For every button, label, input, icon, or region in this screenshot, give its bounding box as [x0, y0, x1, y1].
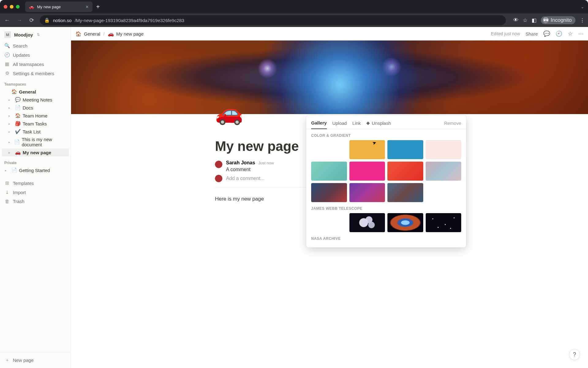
tree-item-label: Getting Started	[19, 168, 50, 173]
remove-cover-button[interactable]: Remove	[444, 119, 461, 129]
main-area: 🏠General / 🚗My new page Edited just now …	[71, 27, 588, 368]
history-icon[interactable]: 🕘	[556, 30, 562, 37]
reload-icon[interactable]: ⟳	[28, 17, 36, 24]
thumb-jwst-2[interactable]	[387, 213, 423, 232]
tab-gallery[interactable]: Gallery	[311, 118, 327, 129]
tab-upload[interactable]: Upload	[332, 119, 347, 129]
tab-label: Unsplash	[372, 121, 391, 126]
tab-unsplash[interactable]: ◆Unsplash	[366, 118, 391, 129]
nav-forward-icon[interactable]: →	[15, 17, 23, 24]
page-emoji-icon: 🚗	[15, 150, 21, 155]
unsplash-icon: ◆	[366, 120, 370, 126]
new-tab-button[interactable]: +	[96, 3, 100, 10]
new-page-button[interactable]: ＋New page	[0, 355, 71, 365]
thumb-jwst-3[interactable]	[426, 213, 462, 232]
swatch-blue[interactable]	[387, 140, 423, 159]
sidebar-item-trash[interactable]: 🗑Trash	[0, 197, 71, 206]
sidebar-item-label: Trash	[13, 199, 24, 204]
nav-back-icon[interactable]: ←	[3, 17, 11, 24]
swatch-blue-red-gradient[interactable]	[311, 183, 347, 202]
grid-icon: ▦	[4, 61, 10, 67]
chevron-right-icon[interactable]: ▸	[9, 130, 13, 133]
browser-actions: 👁 ☆ ◧ 🕶 Incognito ⋮	[513, 16, 585, 24]
eye-off-icon[interactable]: 👁	[513, 17, 518, 23]
address-bar[interactable]: 🔒 notion.so/My-new-page-193190a8239a4f9d…	[40, 15, 506, 25]
chevron-right-icon[interactable]: ▸	[9, 122, 13, 125]
window-minimize-icon[interactable]	[10, 5, 13, 9]
swatch-peach[interactable]	[426, 140, 462, 159]
chevron-right-icon[interactable]: ▸	[5, 169, 9, 172]
thumb-jwst-0[interactable]	[311, 213, 347, 232]
sidebar-item-label: Search	[13, 43, 28, 48]
page-team-home[interactable]: ▸🏠Team Home	[2, 112, 69, 120]
tabs-overflow-icon[interactable]: ⌄	[581, 4, 584, 9]
page-task-list[interactable]: ▸✔️Task List	[2, 128, 69, 136]
tab-favicon-icon: 🚗	[29, 4, 34, 9]
car-icon: 🚗	[108, 31, 114, 37]
swatch-yellow[interactable]	[349, 140, 385, 159]
page-my-new-page[interactable]: ▸🚗My new page	[2, 148, 69, 156]
tree-item-label: General	[19, 89, 36, 94]
page-docs[interactable]: ▸📄Docs	[2, 104, 69, 112]
sidebar-item-templates[interactable]: ⊞Templates	[0, 178, 71, 188]
page-icon[interactable]: 🚗	[215, 99, 243, 126]
tab-close-icon[interactable]: ✕	[85, 5, 89, 9]
import-icon: ⤓	[4, 190, 10, 195]
tree-item-label: Meeting Notes	[23, 97, 52, 102]
teamspace-general[interactable]: 🏠 General	[2, 88, 69, 96]
swatch-slate-gradient[interactable]	[387, 183, 423, 202]
sidebar-item-updates[interactable]: 🕘Updates	[0, 50, 71, 59]
chevron-right-icon[interactable]: ▸	[9, 106, 13, 109]
page-new-document[interactable]: ▸📄This is my new document	[2, 136, 69, 148]
workspace-switcher[interactable]: M Moodjoy ⇅	[0, 27, 71, 41]
cover-picker-tabs: Gallery Upload Link ◆Unsplash Remove	[306, 115, 466, 129]
kebab-menu-icon[interactable]: ⋮	[580, 17, 585, 24]
favorite-star-icon[interactable]: ☆	[568, 30, 573, 37]
window-close-icon[interactable]	[4, 5, 7, 9]
chevron-right-icon[interactable]: ▸	[9, 98, 13, 102]
swatch-purple-gradient[interactable]	[349, 183, 385, 202]
sidebar-item-all-teamspaces[interactable]: ▦All teamspaces	[0, 59, 71, 69]
templates-icon: ⊞	[4, 180, 10, 186]
share-button[interactable]: Share	[526, 31, 538, 36]
sidebar: M Moodjoy ⇅ 🔍Search 🕘Updates ▦All teamsp…	[0, 27, 71, 368]
incognito-chip[interactable]: 🕶 Incognito	[541, 16, 575, 24]
sidebar-item-label: Settings & members	[13, 71, 54, 76]
help-button[interactable]: ?	[569, 349, 580, 360]
thumb-jwst-1[interactable]	[349, 213, 385, 232]
url-path: /My-new-page-193190a8239a4f9da7919e326fe…	[75, 18, 184, 23]
comment-time: Just now	[258, 161, 274, 165]
more-icon[interactable]: ⋯	[578, 30, 584, 37]
sidebar-item-label: New page	[13, 358, 34, 363]
tab-link[interactable]: Link	[352, 119, 361, 129]
chevron-right-icon[interactable]: ▸	[9, 114, 13, 117]
sidebar-item-import[interactable]: ⤓Import	[0, 188, 71, 197]
plus-icon: ＋	[4, 357, 10, 363]
sidebar-item-search[interactable]: 🔍Search	[0, 41, 71, 50]
sidebar-item-settings[interactable]: ⚙Settings & members	[0, 69, 71, 78]
comments-icon[interactable]: 💬	[543, 30, 550, 37]
swatch-teal-gradient[interactable]	[311, 162, 347, 181]
bookmark-star-icon[interactable]: ☆	[523, 17, 527, 24]
page-emoji-icon: 🏠	[15, 113, 21, 118]
window-zoom-icon[interactable]	[16, 5, 20, 9]
chevron-right-icon[interactable]: ▸	[9, 140, 12, 144]
swatch-red[interactable]	[311, 140, 347, 159]
swatch-magenta[interactable]	[349, 162, 385, 181]
browser-tab[interactable]: 🚗 My new page ✕	[25, 2, 92, 12]
breadcrumb-general[interactable]: 🏠General	[75, 31, 100, 37]
breadcrumb-label: General	[84, 31, 100, 36]
page-emoji-icon: 📄	[14, 139, 20, 145]
breadcrumb-current[interactable]: 🚗My new page	[108, 31, 144, 37]
page-emoji-icon: 📄	[15, 105, 21, 110]
page-getting-started[interactable]: ▸📄Getting Started	[2, 166, 69, 174]
page-team-tasks[interactable]: ▸🎒Team Tasks	[2, 120, 69, 128]
swatch-pastel-gradient[interactable]	[426, 162, 462, 181]
chevron-right-icon[interactable]: ▸	[9, 151, 13, 154]
swatch-red-gradient[interactable]	[387, 162, 423, 181]
add-comment-placeholder: Add a comment...	[226, 176, 264, 181]
side-panel-icon[interactable]: ◧	[532, 17, 537, 24]
tree-item-label: Task List	[23, 129, 40, 134]
page-cover[interactable]: 🚗	[71, 40, 588, 114]
page-meeting-notes[interactable]: ▸💬Meeting Notes	[2, 96, 69, 104]
